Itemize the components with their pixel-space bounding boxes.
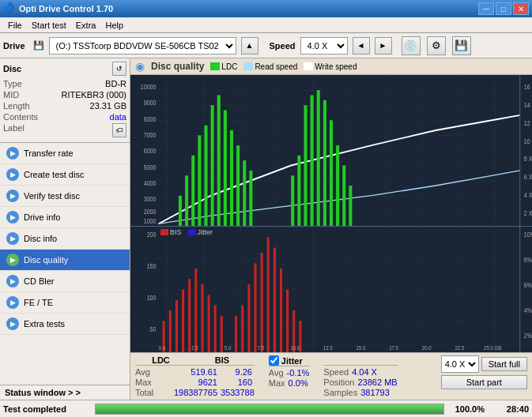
status-window-button[interactable]: Status window > >	[0, 385, 130, 400]
disc-label-label: Label	[3, 123, 25, 137]
disc-contents-row: Contents data	[3, 112, 126, 122]
fe-te-label: FE / TE	[24, 298, 53, 307]
svg-rect-80	[280, 269, 282, 352]
ldc-header: LDC	[135, 355, 187, 365]
speed-down-button[interactable]: ◄	[353, 37, 370, 54]
svg-text:6 X: 6 X	[524, 174, 532, 182]
drive-select[interactable]: (O:) TSSTcorp BDDVDW SE-506CB TS02	[49, 37, 236, 54]
status-time: 28:40	[489, 404, 529, 414]
svg-text:9000: 9000	[144, 99, 157, 107]
menu-file[interactable]: File	[3, 19, 27, 32]
drive-info-label: Drive info	[24, 212, 60, 222]
sidebar-item-fe-te[interactable]: ▶ FE / TE	[0, 292, 130, 314]
samples-row: Samples 381793	[323, 388, 397, 397]
drive-label: Drive	[3, 41, 28, 51]
jitter-legend-label: Jitter	[198, 228, 213, 236]
write-speed-legend-label: Write speed	[315, 62, 357, 71]
disc-header: Disc ↺	[3, 62, 126, 76]
svg-rect-67	[188, 279, 191, 352]
legend-write-speed: Write speed	[304, 62, 357, 71]
ldc-bis-stats: LDC BIS Avg 519.61 9.26 Max 9621 160 T	[135, 355, 255, 397]
jitter-avg-value: -0.1%	[287, 368, 310, 378]
speed-up-button[interactable]: ►	[375, 37, 392, 54]
speed-stat-value: 4.04 X	[352, 367, 377, 377]
write-speed-color-swatch	[304, 62, 313, 70]
svg-rect-79	[274, 247, 276, 352]
svg-rect-53	[159, 227, 520, 352]
jitter-checkbox[interactable]	[269, 355, 279, 366]
cd-bler-label: CD Bler	[24, 276, 55, 286]
svg-rect-37	[330, 120, 333, 226]
max-label: Max	[135, 378, 159, 387]
menu-help[interactable]: Help	[100, 19, 128, 32]
chart-title: Disc quality	[151, 61, 204, 72]
bottom-chart-svg: 200 150 100 50 10% 8% 6% 4% 2%	[130, 227, 532, 352]
sidebar-item-disc-quality[interactable]: ▶ Disc quality	[0, 250, 130, 271]
app-icon: 🔵	[3, 2, 16, 15]
disc-title: Disc	[3, 64, 21, 73]
close-button[interactable]: ✕	[513, 2, 529, 15]
svg-text:6%: 6%	[524, 281, 532, 289]
sidebar-item-verify-test-disc[interactable]: ▶ Verify test disc	[0, 186, 130, 207]
sidebar-item-disc-info[interactable]: ▶ Disc info	[0, 228, 130, 250]
svg-rect-34	[311, 95, 314, 225]
disc-info-label: Disc info	[24, 234, 57, 243]
samples-label: Samples	[323, 388, 357, 397]
test-completed-label: Test completed	[3, 404, 90, 414]
disc-label-button[interactable]: 🏷	[112, 123, 126, 137]
extra-tests-label: Extra tests	[24, 319, 65, 329]
svg-text:17.5: 17.5	[389, 345, 398, 352]
top-chart: 10000 9000 8000 7000 6000 5000 4000 3000…	[130, 75, 532, 227]
max-row: Max 9621 160	[135, 378, 255, 387]
menu-extra[interactable]: Extra	[71, 19, 101, 32]
svg-rect-19	[179, 196, 182, 226]
toolbar-save-button[interactable]: 💾	[452, 36, 471, 55]
svg-rect-68	[194, 269, 197, 352]
total-label: Total	[135, 388, 159, 397]
ldc-color-swatch	[210, 62, 220, 70]
disc-mid-value: RITEKBR3 (000)	[61, 90, 126, 100]
sidebar-item-transfer-rate[interactable]: ▶ Transfer rate	[0, 143, 130, 164]
disc-contents-label: Contents	[3, 112, 38, 122]
menu-bar: File Start test Extra Help	[0, 17, 532, 33]
toolbar-disc-button[interactable]: 💿	[402, 36, 421, 55]
ldc-legend-label: LDC	[221, 62, 237, 71]
minimize-button[interactable]: ─	[478, 2, 494, 15]
svg-text:0.0: 0.0	[159, 345, 166, 352]
disc-icon-button[interactable]: ↺	[112, 62, 126, 76]
ldc-bis-header: LDC BIS	[135, 355, 255, 366]
chart-speed-select[interactable]: 4.0 X	[441, 355, 479, 373]
svg-text:2000: 2000	[144, 208, 157, 216]
ldc-total-value: 198387765	[162, 388, 217, 397]
svg-rect-39	[342, 166, 345, 226]
svg-rect-81	[286, 289, 289, 352]
svg-text:5000: 5000	[144, 163, 157, 171]
svg-text:8 X: 8 X	[524, 156, 532, 163]
start-part-button[interactable]: Start part	[441, 375, 527, 389]
position-label: Position	[323, 378, 354, 387]
drive-eject-button[interactable]: ▲	[241, 37, 258, 54]
svg-rect-65	[175, 300, 178, 352]
sidebar-item-create-test-disc[interactable]: ▶ Create test disc	[0, 164, 130, 186]
ldc-avg-value: 519.61	[162, 367, 217, 377]
svg-text:2.5: 2.5	[191, 345, 198, 352]
toolbar-settings-button[interactable]: ⚙	[427, 36, 446, 55]
jitter-avg-label: Avg	[269, 368, 284, 378]
svg-text:6000: 6000	[144, 148, 157, 156]
maximize-button[interactable]: □	[496, 2, 511, 15]
transfer-rate-icon: ▶	[6, 147, 19, 160]
disc-type-label: Type	[3, 79, 22, 88]
menu-start-test[interactable]: Start test	[27, 19, 71, 32]
sidebar-item-extra-tests[interactable]: ▶ Extra tests	[0, 314, 130, 335]
progress-bar-fill	[96, 404, 443, 414]
right-content: ◉ Disc quality LDC Read speed Write spee…	[130, 58, 532, 400]
speed-select[interactable]: 4.0 X	[300, 37, 348, 54]
sidebar-item-drive-info[interactable]: ▶ Drive info	[0, 207, 130, 228]
svg-rect-71	[214, 305, 217, 352]
verify-test-disc-label: Verify test disc	[24, 191, 80, 201]
nav-items: ▶ Transfer rate ▶ Create test disc ▶ Ver…	[0, 143, 130, 385]
svg-text:8000: 8000	[144, 115, 157, 123]
start-full-button[interactable]: Start full	[481, 357, 527, 371]
sidebar-item-cd-bler[interactable]: ▶ CD Bler	[0, 271, 130, 292]
svg-text:14 X: 14 X	[524, 101, 532, 109]
